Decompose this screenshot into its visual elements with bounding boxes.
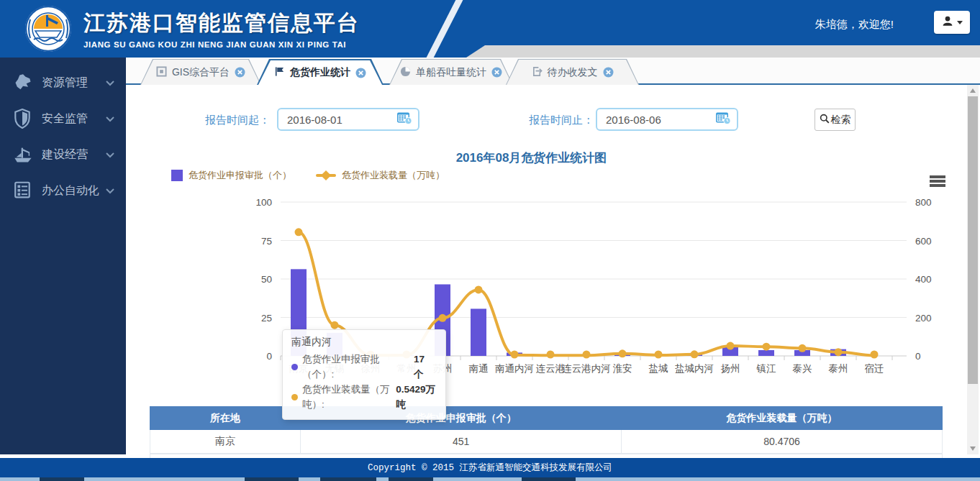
sidebar-item-label: 资源管理 bbox=[42, 75, 106, 91]
chart-line-point-南通内河[interactable] bbox=[511, 351, 519, 359]
crane-icon bbox=[13, 145, 35, 165]
calendar-icon[interactable] bbox=[396, 111, 412, 128]
brand-block: 江苏港口智能监管信息平台 JIANG SU GANG KOU ZHI NENG … bbox=[83, 9, 360, 49]
chart-line-point-泰州[interactable] bbox=[835, 348, 843, 356]
sidebar-item-label: 办公自动化 bbox=[42, 183, 106, 198]
chart-line-point-宿迁[interactable] bbox=[871, 351, 879, 359]
close-icon[interactable] bbox=[491, 67, 502, 78]
close-icon[interactable] bbox=[355, 68, 366, 78]
vertical-scrollbar[interactable] bbox=[967, 85, 979, 454]
search-button[interactable]: 检索 bbox=[815, 109, 856, 131]
chart-line-point-扬州[interactable] bbox=[727, 342, 735, 350]
legend-line-label: 危货作业装载量（万吨） bbox=[342, 169, 445, 182]
tab-ship-throughput-stats[interactable]: 单船吞吐量统计 bbox=[389, 59, 513, 85]
x-axis-label: 盐城内河 bbox=[675, 363, 714, 374]
shield-icon bbox=[13, 109, 35, 129]
map-icon bbox=[13, 73, 35, 93]
list-icon bbox=[13, 180, 35, 201]
tab-label: GIS综合平台 bbox=[172, 66, 230, 79]
chart-line-point-盐城[interactable] bbox=[655, 351, 663, 359]
legend-bar-label: 危货作业申报审批（个） bbox=[189, 169, 291, 182]
y-axis-left-label: 50 bbox=[261, 274, 272, 285]
purple-dot-icon bbox=[291, 364, 298, 370]
scrollbar-thumb[interactable] bbox=[968, 96, 978, 384]
sidebar-item-office[interactable]: 办公自动化 bbox=[0, 173, 126, 209]
logo bbox=[24, 5, 72, 55]
chart-bar-南通[interactable] bbox=[471, 308, 486, 356]
chart-canvas: 00252005040075600100800南京无锡徐州常州苏州南通南通内河连… bbox=[130, 185, 957, 375]
x-axis-label: 盐城 bbox=[649, 363, 669, 374]
legend-bar-swatch bbox=[171, 170, 183, 181]
chart-line-point-南京[interactable] bbox=[295, 228, 303, 236]
tooltip-value: 17 个 bbox=[414, 352, 437, 382]
footer: Copyright © 2015 江苏省新通智能交通科技发展有限公司 bbox=[0, 458, 980, 477]
taskbar-sliver bbox=[0, 477, 980, 481]
app-title: 江苏港口智能监管信息平台 bbox=[83, 9, 360, 38]
legend-line-swatch bbox=[316, 174, 336, 177]
table-row: 南京45180.4706 bbox=[150, 430, 943, 454]
y-axis-left-label: 0 bbox=[266, 351, 272, 362]
legend-item-bars[interactable]: 危货作业申报审批（个） bbox=[171, 169, 291, 182]
calendar-icon[interactable] bbox=[715, 111, 731, 128]
chart-line-point-泰兴[interactable] bbox=[799, 344, 807, 352]
tooltip-row: 危货作业装载量（万吨）: 0.5429万吨 bbox=[291, 382, 437, 413]
y-axis-left-label: 100 bbox=[255, 197, 272, 208]
pie-icon bbox=[400, 66, 411, 79]
chart-line-point-盐城内河[interactable] bbox=[691, 350, 699, 358]
chart-line-point-连云港[interactable] bbox=[547, 351, 555, 359]
user-icon bbox=[941, 14, 954, 30]
chart-line-point-镇江[interactable] bbox=[763, 343, 771, 351]
table-header-cell: 危货作业装载量（万吨） bbox=[622, 407, 943, 430]
chart-legend: 危货作业申报审批（个） 危货作业装载量（万吨） bbox=[171, 169, 445, 182]
chevron-down-icon bbox=[106, 76, 114, 89]
header: 江苏港口智能监管信息平台 JIANG SU GANG KOU ZHI NENG … bbox=[0, 0, 980, 58]
scroll-down-icon[interactable] bbox=[970, 446, 976, 451]
report-end-label: 报告时间止： bbox=[529, 114, 594, 127]
x-axis-label: 镇江 bbox=[756, 363, 777, 374]
copyright-text: Copyright © 2015 江苏省新通智能交通科技发展有限公司 bbox=[368, 462, 612, 474]
table-cell: 80.4706 bbox=[622, 430, 943, 454]
sidebar-item-label: 建设经营 bbox=[42, 147, 106, 162]
tooltip-value: 0.5429万吨 bbox=[396, 382, 437, 413]
chart-line-point-无锡[interactable] bbox=[331, 321, 339, 329]
chart-line-point-淮安[interactable] bbox=[619, 349, 627, 357]
y-axis-left-label: 25 bbox=[261, 313, 272, 324]
report-end-input[interactable]: 2016-08-06 bbox=[596, 108, 738, 131]
tab-pending-documents[interactable]: 待办收发文 bbox=[506, 59, 639, 85]
scroll-up-icon[interactable] bbox=[970, 88, 976, 93]
flag-icon bbox=[274, 66, 285, 79]
sidebar-item-construction[interactable]: 建设经营 bbox=[0, 137, 126, 173]
close-icon[interactable] bbox=[603, 67, 614, 78]
user-menu-button[interactable] bbox=[934, 11, 970, 34]
header-diagonal-stripe bbox=[423, 0, 465, 58]
sidebar: 资源管理 安全监管 建设经营 bbox=[0, 58, 126, 454]
chevron-down-icon bbox=[106, 112, 114, 125]
chevron-down-icon bbox=[106, 148, 114, 161]
close-icon[interactable] bbox=[235, 67, 245, 78]
chart-bar-镇江[interactable] bbox=[758, 350, 774, 356]
chart-line-point-连云港内河[interactable] bbox=[583, 351, 591, 359]
stats-table: 所在地危货作业申报审批（个）危货作业装载量（万吨） 南京45180.4706 bbox=[150, 406, 943, 454]
x-axis-label: 南通 bbox=[469, 363, 489, 374]
sidebar-item-resources[interactable]: 资源管理 bbox=[0, 65, 126, 101]
chart-line-point-苏州[interactable] bbox=[439, 314, 447, 322]
y-axis-right-label: 0 bbox=[915, 351, 921, 362]
search-icon bbox=[820, 114, 830, 126]
tab-bar: GIS综合平台 危货作业统计 bbox=[126, 58, 980, 85]
table-cell: 451 bbox=[301, 430, 622, 454]
doc-out-icon bbox=[532, 66, 543, 79]
report-end-value: 2016-08-06 bbox=[606, 114, 715, 126]
tab-label: 单船吞吐量统计 bbox=[416, 66, 486, 79]
x-axis-label: 泰兴 bbox=[793, 363, 812, 374]
tooltip-label: 危货作业装载量（万吨）: bbox=[302, 382, 393, 413]
table-header-cell: 所在地 bbox=[150, 407, 301, 430]
y-axis-right-label: 200 bbox=[915, 313, 932, 324]
tab-gis-platform[interactable]: GIS综合平台 bbox=[140, 59, 261, 85]
tab-dangerous-goods-stats[interactable]: 危货作业统计 bbox=[257, 59, 384, 85]
y-axis-right-label: 400 bbox=[915, 274, 932, 285]
report-start-input[interactable]: 2016-08-01 bbox=[277, 108, 419, 131]
x-axis-label: 淮安 bbox=[613, 363, 632, 374]
chart-line-point-南通[interactable] bbox=[475, 285, 483, 293]
legend-item-line[interactable]: 危货作业装载量（万吨） bbox=[316, 169, 445, 182]
sidebar-item-safety[interactable]: 安全监管 bbox=[0, 101, 126, 137]
